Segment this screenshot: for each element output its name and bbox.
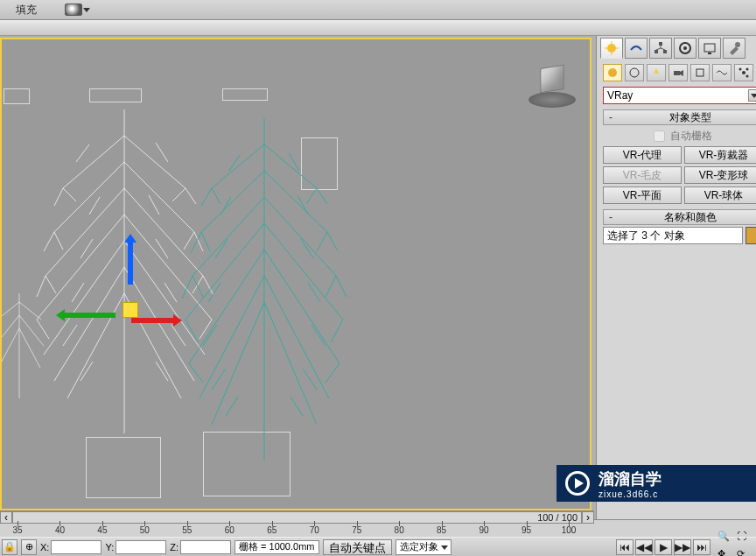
svg-rect-15	[674, 71, 680, 75]
svg-rect-16	[696, 69, 704, 76]
gizmo-x-axis[interactable]	[131, 318, 175, 323]
svg-rect-6	[654, 50, 658, 53]
command-panel: VRay - 对象类型 自动栅格 VR-代理 VR-剪裁器 VR-毛皮 VR-变…	[596, 36, 756, 519]
goto-end-icon[interactable]: ⏭	[693, 539, 710, 555]
timeline-tick-label: 90	[480, 525, 489, 535]
collapse-icon: -	[604, 211, 618, 223]
key-filter-dropdown[interactable]: 选定对象	[396, 539, 452, 555]
cat-lights[interactable]	[647, 64, 666, 81]
timeline-tick-label: 65	[267, 525, 276, 535]
btn-vr-plane[interactable]: VR-平面	[603, 187, 682, 204]
timeline-tick-label: 45	[97, 525, 107, 535]
play-icon[interactable]: ▶	[654, 539, 672, 555]
timeline-tick-label: 100	[562, 525, 577, 535]
watermark-url: zixue.3d66.c	[598, 489, 662, 499]
svg-rect-7	[663, 50, 667, 53]
svg-point-12	[735, 42, 740, 47]
status-bar: 🔒 ⊕ X: Y: Z: 栅格 = 1000.0mm 自动关键点 选定对象 ⏮ …	[0, 537, 756, 556]
orbit-icon[interactable]: ⟳	[737, 548, 754, 557]
bbox	[222, 88, 268, 101]
bbox	[4, 88, 30, 104]
tab-modify[interactable]	[625, 38, 648, 59]
y-input[interactable]	[116, 540, 166, 554]
rollout-name-color[interactable]: - 名称和颜色	[603, 209, 756, 225]
lock-icon[interactable]: 🔒	[2, 539, 18, 555]
svg-point-19	[746, 68, 749, 71]
timeline-tick-label: 85	[437, 525, 446, 535]
svg-point-20	[746, 75, 749, 78]
toolbar-separator	[0, 20, 756, 36]
cat-geometry[interactable]	[603, 64, 622, 81]
object-name-input[interactable]	[603, 227, 743, 244]
goto-start-icon[interactable]: ⏮	[616, 539, 634, 555]
watermark: 溜溜自学 zixue.3d66.c	[556, 465, 756, 502]
timeline-tick-label: 95	[522, 525, 531, 535]
prev-frame-icon[interactable]: ◀◀	[635, 539, 653, 555]
btn-vr-metaball[interactable]: VR-变形球	[684, 166, 756, 184]
tab-motion[interactable]	[674, 38, 696, 59]
command-tabs	[600, 38, 756, 59]
rollout-object-type[interactable]: - 对象类型	[603, 109, 756, 125]
gizmo-y-axis[interactable]	[63, 313, 116, 318]
selection-lock-icon[interactable]: ⊕	[21, 539, 37, 555]
svg-point-14	[630, 68, 639, 77]
coord-z: Z:	[170, 540, 231, 554]
tab-display[interactable]	[698, 38, 721, 59]
cat-spacewarps[interactable]	[712, 64, 732, 81]
btn-vr-proxy[interactable]: VR-代理	[603, 146, 682, 164]
watermark-brand: 溜溜自学	[598, 468, 662, 489]
pan-icon[interactable]: ✥	[718, 548, 735, 557]
timeline-tick-label: 55	[182, 525, 192, 535]
z-input[interactable]	[180, 540, 231, 554]
viewcube[interactable]	[528, 60, 576, 108]
timeline[interactable]: 35404550556065707580859095100	[0, 519, 756, 537]
cat-shapes[interactable]	[625, 64, 644, 81]
tab-utilities[interactable]	[723, 38, 746, 59]
color-swatch[interactable]	[746, 227, 756, 244]
svg-rect-10	[704, 44, 715, 52]
svg-point-18	[739, 68, 742, 71]
grid-readout: 栅格 = 1000.0mm	[234, 540, 319, 554]
transform-gizmo[interactable]	[116, 267, 194, 346]
tree-wireframe-teal	[168, 101, 360, 468]
timeline-tick-label: 50	[140, 525, 150, 535]
fill-label: 填充	[16, 3, 37, 18]
svg-point-13	[608, 68, 617, 77]
renderer-value: VRay	[607, 89, 633, 102]
timeline-tick-label: 40	[55, 525, 65, 535]
cat-systems[interactable]	[734, 64, 753, 81]
svg-point-9	[683, 46, 687, 50]
svg-point-0	[607, 44, 616, 53]
top-toolbar: 填充	[0, 0, 756, 20]
collapse-icon: -	[604, 111, 618, 123]
tree-small	[0, 285, 46, 407]
coord-x: X:	[40, 540, 102, 554]
tab-hierarchy[interactable]	[649, 38, 672, 59]
renderer-dropdown[interactable]: VRay	[603, 87, 756, 104]
svg-rect-5	[659, 42, 662, 46]
timeline-tick-label: 35	[12, 525, 22, 535]
timeline-tick-label: 75	[352, 525, 361, 535]
autogrid-checkbox[interactable]: 自动栅格	[600, 129, 756, 144]
btn-vr-clipper[interactable]: VR-剪裁器	[684, 146, 756, 164]
timeline-tick-label: 70	[310, 525, 319, 535]
coord-y: Y:	[105, 540, 166, 554]
tab-create[interactable]	[600, 38, 623, 59]
chevron-down-icon	[748, 89, 756, 102]
fill-dropdown[interactable]	[65, 4, 82, 16]
next-frame-icon[interactable]: ▶▶	[674, 539, 691, 555]
transport-controls: ⏮ ◀◀ ▶ ▶▶ ⏭	[616, 539, 710, 555]
play-icon	[565, 471, 590, 496]
cat-cameras[interactable]	[668, 64, 688, 81]
timeline-tick-label: 80	[395, 525, 404, 535]
viewport[interactable]	[0, 38, 592, 510]
timeline-tick-label: 60	[225, 525, 234, 535]
btn-vr-fur[interactable]: VR-毛皮	[603, 166, 682, 184]
x-input[interactable]	[51, 540, 102, 554]
gizmo-plane-handle[interactable]	[122, 302, 138, 318]
svg-point-17	[742, 71, 746, 74]
gizmo-z-axis[interactable]	[128, 241, 133, 285]
btn-vr-sphere[interactable]: VR-球体	[684, 187, 756, 204]
cat-helpers[interactable]	[690, 64, 710, 81]
autokey-button[interactable]: 自动关键点	[323, 539, 392, 555]
